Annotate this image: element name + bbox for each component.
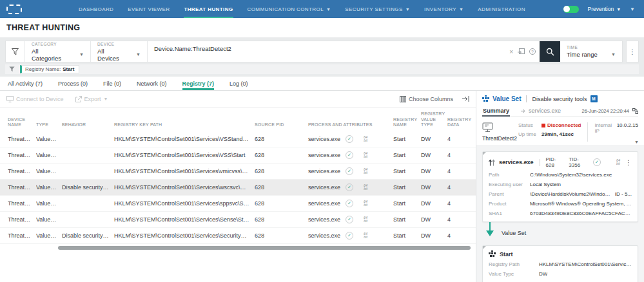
nav-item-communication-control[interactable]: COMMUNICATION CONTROL▼ [248,0,331,18]
user-menu-chevron-icon[interactable]: ▼ [630,6,635,12]
time-range-select[interactable]: TIME Time range▼ [560,41,622,62]
result-tabs: All Activity (7) Process (0) File (0) Ne… [0,77,644,91]
table-row[interactable]: ThreatDet...Value SetDisable security to… [0,228,476,244]
process-tid: TID-3356 [569,156,589,168]
expand-device-chevron-icon[interactable]: ▼ [634,140,639,144]
cell-type: Value Set [36,216,62,223]
chevron-down-icon: ▼ [405,7,410,12]
process-name: services.exe [308,216,346,223]
category-select[interactable]: CATEGORY All Categories▼ [25,41,91,62]
process-more-menu-icon[interactable]: ⋮ [625,159,632,166]
cell-process-and-attributes: services.exe✓64bit [308,135,393,143]
cell-registry-data: 4 [447,184,473,191]
cell-registry-key-path: HKLM\SYSTEM\ControlSet001\Services\Sense… [114,216,255,223]
filter-chip-registry-name[interactable]: Registry Name:Start [20,65,79,73]
mode-selector[interactable]: Prevention▼ [588,6,621,12]
nav-item-inventory[interactable]: INVENTORY▼ [424,0,463,18]
collapse-panel-icon[interactable] [462,96,469,102]
cell-source-pid: 628 [255,152,308,158]
process-parent: \Device\HarddiskVolume2\Windows\System32… [530,191,611,197]
tab-process[interactable]: Process (0) [58,80,88,90]
process-user: Local System [530,182,561,187]
process-name: services.exe [308,168,346,174]
nav-item-security-settings[interactable]: SECURITY SETTINGS▼ [345,0,410,18]
signed-check-icon: ✓ [346,151,353,159]
tab-log[interactable]: Log (0) [229,80,248,90]
table-row[interactable]: ThreatDet...Value SetHKLM\SYSTEM\Control… [0,196,476,212]
registry-icon [489,250,496,258]
cell-registry-name: Start [393,168,421,174]
detail-panel: Value Set Disable security tools M Summa… [476,91,644,282]
64bit-badge: 64bit [364,216,367,223]
horizontal-scrollbar[interactable] [58,246,471,250]
mitre-badge[interactable]: M [590,95,598,102]
tab-network[interactable]: Network (0) [137,80,167,90]
process-card[interactable]: services.exe PID-628TID-3356 ✓ 64bit ⋮ P… [482,151,638,222]
cell-source-pid: 628 [255,216,308,223]
export-button[interactable]: Export ▼ [75,96,108,102]
panel-tab-process[interactable]: services.exe [520,108,561,117]
device-select[interactable]: DEVICE All Devices▼ [91,41,148,62]
cell-source-pid: 628 [255,232,308,239]
signed-check-icon: ✓ [346,200,353,207]
table-row[interactable]: ThreatDet...Value SetHKLM\SYSTEM\Control… [0,212,476,228]
cell-registry-name: Start [393,152,421,158]
cell-registry-key-path: HKLM\SYSTEM\ControlSet001\Services\vmicv… [114,168,255,174]
panel-event-type: Value Set [493,95,521,102]
prevention-toggle[interactable] [563,6,579,13]
device-summary: ThreatDetect2 Status Disconnected Up tim… [476,117,644,146]
collapse-card-icon[interactable] [483,152,486,155]
tab-registry[interactable]: Registry (7) [182,80,215,90]
process-icon [489,159,495,166]
filter-funnel-icon[interactable] [6,41,25,62]
process-name: services.exe [308,136,346,142]
cell-device-name: ThreatDet... [8,184,36,191]
cell-process-and-attributes: services.exe✓64bit [308,151,393,159]
help-icon[interactable]: ? [529,48,536,55]
cell-device-name: ThreatDet... [8,168,36,174]
cell-registry-data: 4 [447,152,473,158]
cell-process-and-attributes: services.exe✓64bit [308,232,393,240]
applied-filters-strip: Registry Name:Start [5,64,639,74]
cell-registry-name: Start [393,136,421,142]
panel-tab-summary[interactable]: Summary [482,108,510,117]
chevron-down-icon: ▼ [326,7,331,12]
tab-file[interactable]: File (0) [103,80,121,90]
collapse-card-icon[interactable] [483,246,486,249]
clear-query-icon[interactable]: × [509,48,513,55]
table-header: DEVICE NAME TYPE BEHAVIOR REGISTRY KEY P… [0,107,476,131]
attack-tree-icon[interactable] [632,108,638,114]
cell-registry-name: Start [393,216,421,223]
registry-value-card[interactable]: Start Registry PathHKLM\SYSTEM\ControlSe… [482,245,638,282]
cell-process-and-attributes: services.exe✓64bit [308,183,393,191]
nav-item-administration[interactable]: ADMINISTRATION [478,0,525,18]
search-button[interactable] [540,41,560,62]
small-funnel-icon[interactable] [9,66,15,72]
signed-check-icon: ✓ [346,232,353,240]
query-input[interactable] [154,45,509,52]
cell-registry-value-type: DW [421,152,447,158]
chevron-down-icon: ▼ [124,52,141,57]
tab-all-activity[interactable]: All Activity (7) [8,80,43,90]
horizontal-scroll-track [0,245,476,252]
table-row[interactable]: ThreatDet...Value SetHKLM\SYSTEM\Control… [0,147,476,164]
device-uptime: 29min, 41sec [542,131,574,137]
table-row[interactable]: ThreatDet...Value SetDisable security to… [0,180,476,196]
filter-more-menu[interactable]: ⋮ [626,41,639,62]
device-icon [482,122,518,133]
save-query-icon[interactable] [518,48,525,55]
64bit-badge: 64bit [364,200,367,207]
table-row[interactable]: ThreatDet...Value SetHKLM\SYSTEM\Control… [0,164,476,180]
table-row[interactable]: ThreatDet...Value SetHKLM\SYSTEM\Control… [0,131,476,147]
cell-device-name: ThreatDet... [8,136,36,142]
cell-registry-value-type: DW [421,232,447,239]
64bit-badge: 64bit [364,184,367,191]
connect-to-device-button[interactable]: Connect to Device [6,96,64,102]
nav-item-threat-hunting[interactable]: THREAT HUNTING [184,0,233,18]
nav-item-event-viewer[interactable]: EVENT VIEWER [128,0,170,18]
cell-registry-name: Start [393,232,421,239]
panel-behavior: Disable security tools [532,96,587,102]
nav-item-dashboard[interactable]: DASHBOARD [79,0,113,18]
choose-columns-button[interactable]: Choose Columns [400,96,453,102]
64bit-badge: 64bit [364,152,367,158]
